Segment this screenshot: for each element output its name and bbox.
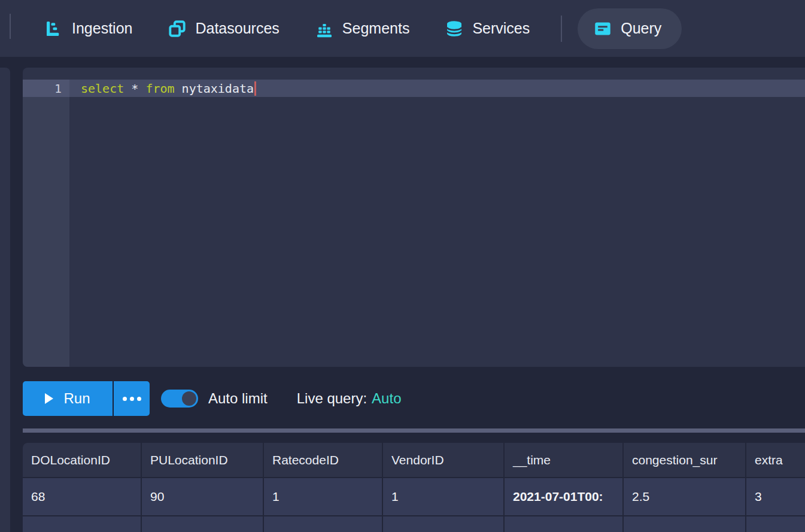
table-cell[interactable]: [746, 516, 805, 532]
table-cell[interactable]: [264, 516, 382, 532]
query-controls-bar: Run Auto limit Live query:Auto: [23, 381, 805, 416]
column-header[interactable]: RatecodeID: [264, 443, 382, 477]
column-header[interactable]: __time: [505, 443, 622, 477]
run-button-label: Run: [63, 390, 90, 407]
table-cell-time[interactable]: 2021-07-01T00:: [505, 478, 622, 515]
auto-limit-label: Auto limit: [208, 390, 268, 407]
results-grid: DOLocationID PULocationID RatecodeID Ven…: [23, 443, 805, 532]
sql-keyword: from: [145, 81, 174, 96]
column-header[interactable]: VendorID: [383, 443, 503, 477]
table-cell[interactable]: [23, 516, 141, 532]
table-cell[interactable]: 1: [264, 478, 382, 515]
collapsed-side-panel[interactable]: [0, 68, 10, 532]
table-cell[interactable]: 90: [142, 478, 263, 515]
sql-query-editor[interactable]: 1 select * from nytaxidata: [23, 68, 805, 367]
table-cell[interactable]: [505, 516, 622, 532]
database-icon: [445, 20, 463, 38]
results-splitter-handle[interactable]: [23, 428, 805, 433]
nav-item-label: Segments: [342, 20, 410, 37]
nav-item-label: Query: [621, 20, 661, 37]
line-number: 1: [23, 80, 69, 97]
nav-item-services[interactable]: Services: [445, 20, 530, 38]
table-cell[interactable]: [383, 516, 503, 532]
query-results-table: DOLocationID PULocationID RatecodeID Ven…: [23, 443, 805, 532]
nav-item-ingestion[interactable]: Ingestion: [45, 20, 132, 38]
code-line[interactable]: select * from nytaxidata: [69, 80, 805, 97]
text-cursor: [254, 81, 256, 96]
live-query-label: Live query:: [297, 390, 367, 406]
table-cell[interactable]: 3: [746, 478, 805, 515]
auto-limit-toggle[interactable]: [161, 390, 198, 408]
run-button[interactable]: Run: [23, 381, 113, 416]
column-header[interactable]: extra: [746, 443, 805, 477]
editor-gutter: [23, 80, 69, 367]
nav-item-query-active[interactable]: Query: [578, 8, 682, 49]
live-query-value[interactable]: Auto: [372, 390, 401, 406]
editor-active-line[interactable]: 1 select * from nytaxidata: [23, 80, 805, 97]
nav-item-segments[interactable]: Segments: [315, 20, 410, 38]
nav-items: Ingestion Datasources Segments: [45, 8, 682, 49]
nav-item-label: Services: [472, 20, 530, 37]
column-header[interactable]: PULocationID: [142, 443, 263, 477]
play-icon: [45, 393, 53, 404]
run-button-separator: [113, 381, 114, 416]
ellipsis-icon: [137, 397, 141, 401]
nav-item-label: Datasources: [195, 20, 279, 37]
gantt-chart-icon: [45, 20, 63, 38]
ellipsis-icon: [123, 397, 127, 401]
run-split-button: Run: [23, 381, 150, 416]
console-icon: [594, 20, 612, 38]
live-query-status: Live query:Auto: [297, 390, 402, 407]
nav-item-label: Ingestion: [72, 20, 132, 37]
stacked-bar-chart-icon: [315, 20, 333, 38]
nav-edge-divider: [10, 14, 11, 39]
sql-star: *: [131, 81, 138, 96]
top-navigation: Ingestion Datasources Segments: [0, 0, 805, 57]
table-cell[interactable]: [142, 516, 263, 532]
column-header[interactable]: congestion_sur: [624, 443, 745, 477]
sql-keyword: select: [81, 81, 124, 96]
column-header[interactable]: DOLocationID: [23, 443, 141, 477]
table-cell[interactable]: [624, 516, 745, 532]
table-cell[interactable]: 2.5: [624, 478, 745, 515]
table-cell[interactable]: 68: [23, 478, 141, 515]
toggle-knob: [182, 391, 196, 406]
nav-section-divider: [561, 16, 562, 42]
run-more-options-button[interactable]: [114, 381, 150, 416]
sql-table-name: nytaxidata: [182, 81, 254, 96]
ellipsis-icon: [130, 397, 134, 401]
table-cell[interactable]: 1: [383, 478, 503, 515]
nav-item-datasources[interactable]: Datasources: [168, 20, 279, 38]
overlapping-squares-icon: [168, 20, 186, 38]
